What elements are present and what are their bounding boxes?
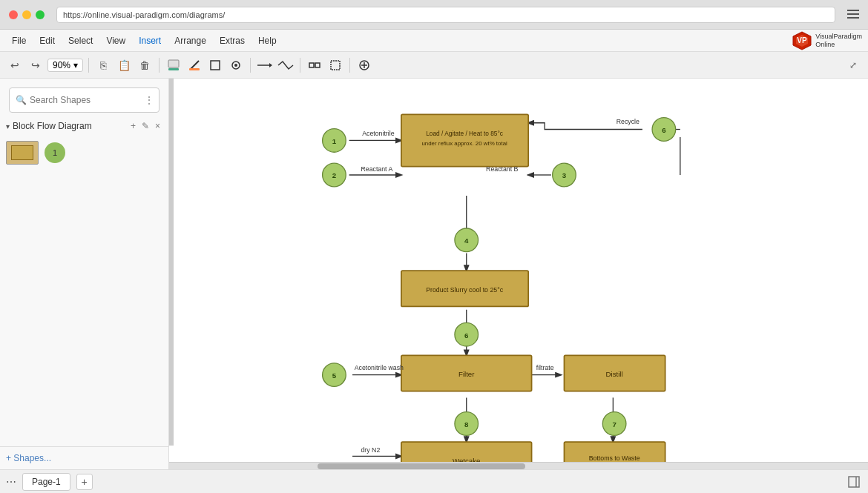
maximize-window-btn[interactable] — [36, 10, 45, 19]
dots-menu-btn[interactable]: ⋯ — [6, 476, 16, 488]
svg-rect-6 — [168, 60, 179, 67]
undo-button[interactable]: ↩ — [6, 56, 24, 74]
scrollbar-thumb[interactable] — [318, 463, 525, 469]
menu-file[interactable]: File — [6, 33, 32, 48]
canvas-area[interactable]: Load / Agitate / Heat to 85°c under refl… — [169, 79, 868, 469]
fullscreen-button[interactable]: ⤢ — [844, 56, 862, 74]
shapes-label: + Shapes... — [6, 453, 51, 463]
separator-3 — [250, 58, 251, 73]
waypoint-btn[interactable] — [277, 56, 295, 74]
sidebar-section-header[interactable]: ▾ Block Flow Diagram + ✎ × — [0, 117, 168, 135]
svg-rect-40 — [401, 271, 528, 306]
menu-help[interactable]: Help — [252, 33, 283, 48]
svg-text:Distill: Distill — [606, 370, 623, 378]
svg-text:VP: VP — [797, 36, 807, 44]
copy-btn[interactable]: ⎘ — [94, 56, 112, 74]
fill-color-btn[interactable] — [165, 56, 183, 74]
add-btn[interactable] — [355, 56, 373, 74]
hamburger-menu-icon[interactable] — [847, 9, 859, 21]
add-page-button[interactable]: + — [76, 474, 93, 490]
svg-text:3: 3 — [562, 171, 567, 179]
search-options-btn[interactable]: ⋮ — [144, 94, 154, 106]
menu-edit[interactable]: Edit — [33, 33, 61, 48]
canvas-inner: Load / Agitate / Heat to 85°c under refl… — [169, 79, 868, 469]
redo-button[interactable]: ↪ — [27, 56, 45, 74]
page-thumbnail[interactable] — [6, 141, 39, 165]
svg-text:4: 4 — [464, 236, 469, 245]
svg-text:7: 7 — [612, 420, 616, 429]
page-tab[interactable]: Page-1 — [22, 473, 70, 491]
border-btn[interactable] — [206, 56, 224, 74]
page-number-badge[interactable]: 1 — [45, 142, 65, 163]
svg-marker-13 — [269, 63, 272, 67]
svg-text:Filter: Filter — [458, 370, 475, 378]
horizontal-scrollbar[interactable] — [169, 462, 868, 469]
section-arrow-icon: ▾ — [6, 122, 10, 130]
sidebar-resize-handle[interactable] — [169, 79, 174, 446]
svg-text:dry N2: dry N2 — [361, 446, 380, 454]
svg-rect-77 — [849, 477, 859, 487]
url-text: https://online.visual-paradigm.com/diagr… — [63, 10, 225, 19]
close-window-btn[interactable] — [9, 10, 18, 19]
search-input[interactable] — [30, 95, 141, 105]
svg-text:Reactant B: Reactant B — [486, 165, 519, 173]
menu-view[interactable]: View — [100, 33, 131, 48]
svg-text:8: 8 — [464, 420, 469, 429]
line-color-btn[interactable] — [185, 56, 203, 74]
svg-rect-37 — [401, 114, 528, 166]
url-bar[interactable]: https://online.visual-paradigm.com/diagr… — [56, 7, 835, 23]
titlebar: https://online.visual-paradigm.com/diagr… — [0, 0, 868, 30]
svg-point-62 — [455, 412, 479, 436]
paste-btn[interactable]: 📋 — [115, 56, 133, 74]
svg-rect-1 — [847, 13, 859, 15]
zoom-control[interactable]: 90% ▾ — [47, 59, 83, 72]
section-close-btn[interactable]: × — [153, 120, 162, 132]
traffic-lights — [9, 10, 45, 19]
menu-arrange[interactable]: Arrange — [168, 33, 212, 48]
svg-rect-44 — [564, 355, 665, 391]
svg-text:Recycle: Recycle — [617, 118, 640, 125]
zoom-value: 90% — [53, 60, 70, 70]
svg-text:under reflux approx. 20 wt% to: under reflux approx. 20 wt% total — [421, 140, 507, 147]
svg-text:6: 6 — [464, 331, 469, 340]
svg-point-11 — [234, 64, 237, 67]
style-btn[interactable] — [227, 56, 245, 74]
search-container: 🔍 ⋮ — [9, 87, 160, 113]
section-edit-btn[interactable]: ✎ — [139, 120, 151, 132]
menubar: File Edit Select View Insert Arrange Ext… — [0, 30, 868, 52]
svg-point-58 — [455, 322, 479, 346]
svg-text:Bottoms to Waste: Bottoms to Waste — [589, 454, 640, 462]
svg-text:Acetonitrile: Acetonitrile — [362, 130, 394, 137]
toolbar: ↩ ↪ 90% ▾ ⎘ 📋 🗑 ⤢ — [0, 52, 868, 79]
svg-rect-16 — [331, 61, 340, 70]
minimize-window-btn[interactable] — [22, 10, 31, 19]
svg-text:1: 1 — [332, 137, 337, 145]
logo-line1: VisualParadigm — [815, 33, 862, 41]
menu-insert[interactable]: Insert — [133, 33, 167, 48]
svg-text:Product Slurry cool to 25°c: Product Slurry cool to 25°c — [426, 286, 503, 294]
main-layout: 🔍 ⋮ ▾ Block Flow Diagram + ✎ × 1 + Shape… — [0, 79, 868, 469]
separator-4 — [300, 58, 300, 73]
menu-select[interactable]: Select — [62, 33, 99, 48]
svg-rect-14 — [309, 63, 314, 67]
svg-point-50 — [323, 129, 346, 153]
svg-point-52 — [323, 163, 346, 187]
svg-rect-42 — [401, 355, 532, 391]
right-sidebar-toggle[interactable] — [846, 474, 862, 490]
menu-extras[interactable]: Extras — [214, 33, 251, 48]
shapes-footer[interactable]: + Shapes... — [0, 446, 168, 469]
section-actions: + ✎ × — [128, 120, 162, 132]
zoom-arrow: ▾ — [73, 60, 78, 70]
connector-btn[interactable] — [256, 56, 274, 74]
svg-rect-8 — [189, 68, 200, 70]
svg-text:2: 2 — [332, 171, 336, 179]
delete-btn[interactable]: 🗑 — [136, 56, 154, 74]
svg-rect-7 — [168, 68, 179, 70]
section-add-btn[interactable]: + — [128, 120, 138, 132]
arrange-btn[interactable] — [306, 56, 323, 74]
svg-text:5: 5 — [332, 371, 337, 380]
separator-5 — [349, 58, 350, 73]
fit-btn[interactable] — [326, 56, 344, 74]
svg-point-60 — [323, 363, 346, 387]
svg-rect-15 — [315, 63, 320, 67]
